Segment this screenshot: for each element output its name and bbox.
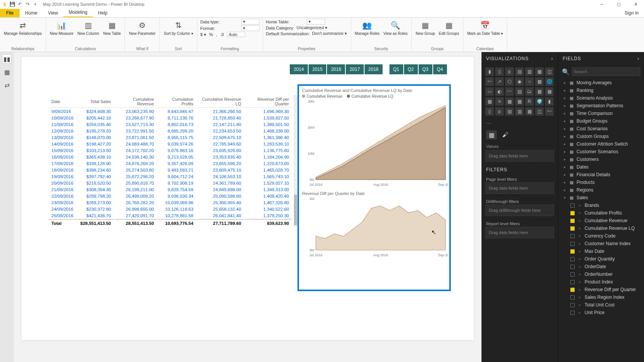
edit-groups-button[interactable]: ▦Edit Groups (438, 18, 460, 37)
viz-type-icon[interactable]: ⬳ (485, 77, 494, 86)
field-item[interactable]: ▫Sales Region Index (560, 293, 642, 301)
quarter-slicer-Q2[interactable]: Q2 (404, 64, 418, 74)
viz-type-icon[interactable]: ▦ (545, 87, 554, 96)
table-header[interactable]: Cumulative Revenue LQ (197, 96, 244, 108)
viz-type-icon[interactable]: 🌍 (535, 97, 544, 106)
new-parameter-button[interactable]: ⚙New Parameter (128, 18, 156, 37)
viz-type-icon[interactable]: ▦ (535, 67, 544, 76)
year-slicer-2014[interactable]: 2014 (290, 64, 308, 74)
tab-help[interactable]: Help (93, 9, 113, 17)
datatype-dropdown[interactable]: ▾ (241, 19, 260, 25)
new-column-button[interactable]: ▥New Column (77, 18, 100, 37)
field-checkbox[interactable] (570, 272, 575, 277)
viz-type-icon[interactable]: 🗂 (525, 87, 534, 96)
viz-type-icon[interactable]: ▯ (495, 67, 504, 76)
viz-type-icon[interactable]: ▦ (515, 97, 524, 106)
viz-type-icon[interactable]: ◉ (515, 77, 524, 86)
currency-icon[interactable]: $ ▾ (200, 32, 206, 37)
field-item[interactable]: ▫Total Unit Cost (560, 301, 642, 309)
percent-icon[interactable]: % (209, 32, 213, 37)
field-table[interactable]: ▸▦Budget Groups (560, 117, 642, 125)
quarter-slicer-Q3[interactable]: Q3 (419, 64, 432, 74)
field-table[interactable]: ▸▦Cost Scenarios (560, 125, 642, 133)
report-view-icon[interactable]: ▮▮ (2, 54, 12, 64)
field-checkbox[interactable] (570, 203, 575, 208)
field-table[interactable]: ▸▦Customer Attrition Switch (560, 140, 642, 148)
viz-type-icon[interactable]: ⫼ (505, 67, 514, 76)
table-row[interactable]: 20/09/2016$218,520.5025,890,816.709,702,… (48, 180, 292, 186)
viz-type-icon[interactable]: R (525, 97, 534, 106)
table-row[interactable]: 16/09/2016$365,438.1024,538,140.309,213,… (48, 154, 292, 160)
field-item[interactable]: ▫Max Date (560, 247, 642, 255)
viz-type-icon[interactable]: ▮ (485, 67, 494, 76)
table-row[interactable]: 12/09/2016$195,278.2023,722,991.508,885,… (48, 128, 292, 134)
field-checkbox[interactable] (570, 234, 575, 238)
minimize-button[interactable]: ─ (593, 0, 610, 8)
viz-type-icon[interactable]: 〰 (505, 87, 514, 96)
table-header[interactable]: Date (48, 96, 77, 108)
manage-roles-button[interactable]: 👥Manage Roles (354, 18, 380, 37)
page-filters-dropzone[interactable]: Drag data fields here (485, 182, 554, 194)
year-slicer-2017[interactable]: 2017 (346, 64, 364, 74)
year-slicer-2015[interactable]: 2015 (309, 64, 327, 74)
field-checkbox[interactable] (570, 226, 575, 231)
viz-type-icon[interactable]: ▦ (505, 97, 514, 106)
field-item[interactable]: ▫Revenue Diff per Quarter (560, 286, 642, 293)
values-dropzone[interactable]: Drag data fields here (485, 150, 554, 162)
table-row[interactable]: 19/09/2016$397,792.4025,672,296.209,604,… (48, 174, 292, 179)
viz-type-icon[interactable]: ⬡ (505, 77, 514, 86)
maximize-button[interactable]: ▢ (610, 0, 627, 8)
field-item[interactable]: ▫Cumulative Profits (560, 209, 642, 217)
viz-type-icon[interactable]: ▥ (515, 107, 524, 116)
field-item[interactable]: ▫Brands (560, 201, 642, 209)
field-checkbox[interactable] (570, 257, 575, 261)
viz-type-icon[interactable]: ▮ (545, 97, 554, 106)
field-table-sales[interactable]: ▾▦Sales (560, 194, 642, 201)
viz-type-icon[interactable]: ▦ (485, 97, 494, 106)
table-row[interactable]: 9/09/2016$324,608.3023,063,235.808,643,8… (48, 108, 292, 114)
auto-decimal[interactable]: Auto (227, 32, 245, 37)
field-checkbox[interactable] (570, 295, 575, 300)
field-checkbox[interactable] (570, 211, 575, 215)
viz-type-icon[interactable]: ⬳ (545, 107, 554, 116)
manage-relationships-button[interactable]: ⇄Manage Relationships (3, 18, 43, 37)
field-item[interactable]: ▫Product Index (560, 278, 642, 286)
fields-tab-icon[interactable]: ▦ (486, 130, 497, 139)
new-table-button[interactable]: ▦New Table (102, 18, 122, 37)
field-checkbox[interactable] (570, 280, 575, 284)
viz-type-icon[interactable]: ⫼ (495, 107, 504, 116)
field-checkbox[interactable] (570, 288, 575, 292)
table-scrollbar[interactable] (294, 95, 297, 227)
chart-visual-selected[interactable]: Cumulative Revenue and Cumulative Revenu… (297, 84, 451, 291)
data-view-icon[interactable]: ▦ (2, 67, 12, 77)
table-row[interactable]: 14/09/2016$198,427.2024,069,488.709,039,… (48, 141, 292, 147)
viz-type-icon[interactable]: ▤ (515, 67, 524, 76)
report-filters-dropzone[interactable]: Drag data fields here (485, 227, 554, 238)
table-row[interactable]: 17/09/2016$338,128.9024,876,269.209,357,… (48, 161, 292, 166)
tab-home[interactable]: Home (20, 9, 43, 17)
viz-type-icon[interactable]: 🌐 (545, 77, 554, 86)
table-row[interactable]: 10/09/2016$205,442.1023,268,677.908,711,… (48, 115, 292, 121)
qat-dropdown-icon[interactable]: ▾ (32, 1, 38, 7)
viz-type-icon[interactable]: ▤ (505, 107, 514, 116)
field-table[interactable]: ▸▦Products (560, 179, 642, 186)
viz-type-icon[interactable]: ▦ (535, 77, 544, 86)
field-table[interactable]: ▸▦Financial Details (560, 171, 642, 179)
field-table[interactable]: ▸▦Customers (560, 156, 642, 163)
field-item[interactable]: ▫Cumulative Revenue LQ (560, 224, 642, 232)
format-dropdown[interactable]: ▾ (241, 25, 260, 31)
table-header[interactable]: Revenue Diff per Quarter (245, 96, 292, 108)
viz-type-icon[interactable]: ◫ (535, 107, 544, 116)
field-item[interactable]: ▫OrderNumber (560, 270, 642, 278)
undo-icon[interactable]: ↶ (17, 1, 23, 7)
field-item[interactable]: ▫Cumulative Revenue (560, 217, 642, 224)
field-checkbox[interactable] (570, 311, 575, 315)
viz-type-icon[interactable]: ▭ (485, 87, 494, 96)
view-as-roles-button[interactable]: 🔍View as Roles (383, 18, 408, 37)
table-row[interactable]: 13/09/2016$148,070.0023,871,061.508,955,… (48, 134, 292, 140)
signin-link[interactable]: Sign in (619, 9, 644, 17)
field-checkbox[interactable] (570, 242, 575, 246)
table-row[interactable]: 11/09/2016$259,035.4023,527,713.308,802,… (48, 121, 292, 127)
table-row[interactable]: 24/09/2016$230,372.8026,998,655.0010,126… (48, 206, 292, 212)
viz-type-icon[interactable]: ◫ (545, 67, 554, 76)
